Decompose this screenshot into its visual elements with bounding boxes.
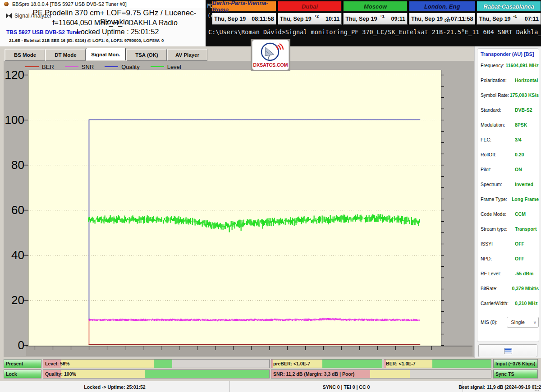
- transponder-row: CarrierWidth: 0,210 MHz: [477, 296, 539, 310]
- transponder-row: Pilot: ON: [477, 162, 539, 177]
- legend-quality: Quality: [105, 64, 139, 70]
- utc-offset: -1 DST: [445, 17, 450, 22]
- utc-offset: +2: [314, 14, 319, 18]
- lnb-info: 21.6E - Eutelsat 21B SES 16 (ID: 0216) @…: [9, 38, 164, 43]
- tab-tsa[interactable]: TSA (OK): [126, 49, 167, 61]
- transponder-row-label: Stream type:: [481, 226, 515, 232]
- quality-meter: Quality: 100%: [43, 369, 270, 378]
- tab-av-player[interactable]: AV Player: [167, 49, 207, 61]
- transponder-row-label: Polarization:: [481, 77, 515, 83]
- transponder-row-value: Inverted: [515, 182, 533, 187]
- meter-label: preBER: <1.0E-7: [271, 361, 310, 366]
- transponder-row-value: 0.20: [515, 152, 524, 157]
- clock-dubai: Dubai Thu, Sep 19 +2 10:11: [278, 1, 342, 25]
- status-bar: Locked -> Uptime: 25:01:52 SYNC 0 | TEI …: [0, 381, 541, 392]
- signal-chart: BER SNR Quality Level 020406080100120: [4, 61, 474, 357]
- chart-plot: 020406080100120: [4, 61, 474, 357]
- legend-ber: BER: [25, 64, 54, 70]
- ber-meter: BER: <1.0E-7: [384, 359, 491, 368]
- present-indicator: Present: [4, 359, 41, 368]
- transponder-row-label: RF Level:: [481, 271, 515, 276]
- transponder-panel: Transponder (AU) [BS] Frequency: 11604,0…: [474, 46, 541, 358]
- dxsatcs-logo: DXSATCS.COM: [251, 39, 290, 71]
- chevron-down-icon: ∨: [533, 320, 536, 325]
- mis-select[interactable]: Single ∨: [507, 317, 539, 328]
- transponder-row: RF Level: -55 dBm: [477, 266, 539, 281]
- utc-offset: +1: [380, 14, 384, 18]
- meter-label: Input (~376 Kbps): [494, 361, 535, 366]
- transponder-row-label: Modulation:: [481, 122, 515, 128]
- transponder-row-value: OFF: [515, 241, 524, 246]
- mis-label: MIS (0):: [481, 319, 507, 325]
- transponder-row: Standard: DVB-S2: [477, 102, 539, 117]
- transponder-row-label: FEC:: [481, 137, 515, 142]
- transponder-row-label: Pilot:: [481, 167, 515, 172]
- svg-text:80: 80: [11, 158, 24, 172]
- resize-grip[interactable]: [534, 385, 539, 391]
- meter-label: Quality: 100%: [43, 371, 76, 377]
- signal-analyzer-icon: [5, 13, 12, 19]
- tab-bs-mode[interactable]: BS Mode: [5, 49, 45, 61]
- transponder-row-value: 0,210 MHz: [515, 301, 538, 306]
- transponder-row-value: 8PSK: [515, 122, 527, 128]
- tab-bar: BS Mode DT Mode Signal Mon. TSA (OK) AV …: [0, 46, 474, 61]
- tab-dt-mode[interactable]: DT Mode: [45, 49, 86, 61]
- transponder-row-label: Spectrum:: [481, 182, 515, 187]
- transponder-row-value: 11604,091 MHz: [505, 63, 539, 68]
- transponder-row: RollOff: 0.20: [477, 147, 539, 162]
- legend-level: Level: [151, 64, 181, 70]
- tab-signal-mon[interactable]: Signal Mon.: [86, 48, 126, 60]
- transponder-header: Transponder (AU) [BS]: [477, 49, 539, 58]
- panel-action-button[interactable]: [478, 344, 537, 357]
- transponder-row: FEC: 3/4: [477, 132, 539, 147]
- snr-line-swatch: [65, 66, 78, 67]
- transponder-row-value: CCM: [515, 211, 526, 217]
- input-indicator: Input (~376 Kbps): [493, 359, 538, 368]
- transponder-row: Symbol Rate: 175,003 KS/s: [477, 87, 539, 102]
- list-icon: [504, 348, 512, 354]
- ber-line-swatch: [25, 66, 39, 67]
- transponder-row: Stream type: Transport: [477, 221, 539, 236]
- clock-rabat: Rabat-Casablanca Thu, Sep 19 -1 07:11: [477, 1, 541, 25]
- chart-legend: BER SNR Quality Level: [25, 62, 181, 71]
- meter-label: Sync TS: [494, 371, 514, 377]
- console-prompt: C:\Users\Roman Dávid>Signal monitoring_P…: [208, 28, 541, 36]
- transponder-row-value: Long Frame: [512, 196, 539, 202]
- transponder-row: Polarization: Horizontal: [477, 73, 539, 87]
- meter-label: Lock: [4, 371, 17, 377]
- transponder-row-label: RollOff:: [481, 152, 515, 157]
- transponder-row-label: Code Mode:: [481, 211, 515, 217]
- transponder-row-value: Transport: [515, 226, 536, 232]
- status-best-signal: Best signal: 11,9 dB (2024-09-19 01:22): [463, 381, 541, 392]
- clock-time: Thu, Sep 19 08:11:58: [212, 13, 276, 25]
- clock-time: Thu, Sep 19 -1 DST 07:11:58: [409, 13, 476, 25]
- clock-city: Moscow: [343, 1, 408, 12]
- app-window: EBSpro 18.0.0.4 [TBS 5927 USB DVB-S2 Tun…: [0, 0, 541, 392]
- svg-text:0: 0: [18, 338, 24, 352]
- satellite-dish-logo-icon: DXSATCS.COM: [253, 41, 288, 69]
- world-clock-bar: Berlin-Paris-Vienna-Roma Thu, Sep 19 08:…: [212, 1, 541, 25]
- clock-city: Dubai: [278, 1, 342, 12]
- transponder-row: Modulation: 8PSK: [477, 117, 539, 132]
- meter-label: Level: 56%: [43, 361, 69, 366]
- transponder-row: BitRate: 0,379 Mbit/s: [477, 281, 539, 296]
- utc-offset: -1: [513, 14, 517, 18]
- sync-ts-indicator: Sync TS: [493, 369, 538, 378]
- transponder-row-label: Frame Type:: [481, 196, 512, 202]
- transponder-row-value: 175,003 KS/s: [510, 92, 539, 98]
- transponder-row-value: DVB-S2: [515, 107, 532, 113]
- transponder-row-value: 3/4: [515, 137, 522, 142]
- svg-text:100: 100: [5, 113, 24, 127]
- clock-city: Rabat-Casablanca: [477, 1, 541, 12]
- transponder-card: Transponder (AU) [BS] Frequency: 11604,0…: [477, 48, 539, 342]
- transponder-row-label: Symbol Rate:: [481, 92, 510, 98]
- quality-line-swatch: [105, 66, 118, 67]
- svg-text:60: 60: [11, 203, 24, 217]
- transponder-row: NPD: OFF: [477, 251, 539, 266]
- clock-moscow: Moscow Thu, Sep 19 +1 09:11: [343, 1, 408, 25]
- transponder-row: Frame Type: Long Frame: [477, 191, 539, 206]
- transponder-row: ISSYI OFF: [477, 236, 539, 251]
- header: Signal Analyzer PF Prodelin 370 cm+ LOF=…: [0, 8, 206, 46]
- locked-uptime: Locked Uptime : 25:01:52: [77, 28, 159, 36]
- clock-london: London, Eng Thu, Sep 19 -1 DST 07:11:58: [409, 1, 476, 25]
